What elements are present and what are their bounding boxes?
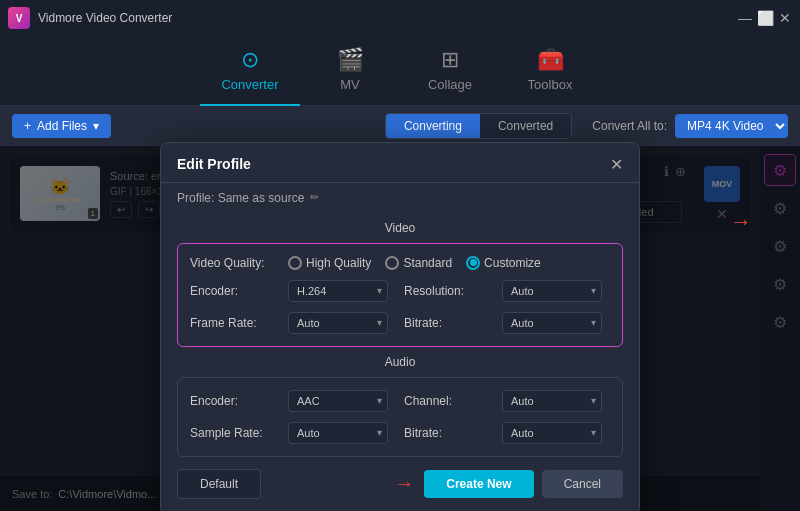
audio-encoder-select-wrapper: AAC MP3 AC3 xyxy=(288,390,388,412)
nav-label-converter: Converter xyxy=(221,77,278,92)
modal-footer: Default → Create New Cancel xyxy=(161,457,639,499)
converter-icon: ⊙ xyxy=(241,47,259,73)
add-files-button[interactable]: + Add Files ▾ xyxy=(12,114,111,138)
nav-label-mv: MV xyxy=(340,77,360,92)
nav-bar: ⊙ Converter 🎬 MV ⊞ Collage 🧰 Toolbox xyxy=(0,36,800,106)
radio-customize[interactable]: Customize xyxy=(466,256,541,270)
modal-profile-row: Profile: Same as source ✏ xyxy=(161,183,639,213)
nav-item-toolbox[interactable]: 🧰 Toolbox xyxy=(500,36,600,106)
dropdown-arrow-icon: ▾ xyxy=(93,119,99,133)
audio-settings-box: Encoder: AAC MP3 AC3 Channel: xyxy=(177,377,623,457)
modal-header: Edit Profile ✕ xyxy=(161,143,639,183)
sidebar-arrow-indicator: → xyxy=(730,209,752,235)
audio-bitrate-label: Bitrate: xyxy=(404,426,494,440)
resolution-select[interactable]: Auto 1920×1080 1280×720 xyxy=(502,280,602,302)
nav-item-mv[interactable]: 🎬 MV xyxy=(300,36,400,106)
audio-section-title: Audio xyxy=(177,355,623,369)
nav-item-collage[interactable]: ⊞ Collage xyxy=(400,36,500,106)
samplerate-bitrate-row: Sample Rate: Auto 44100 48000 Bitrate: xyxy=(190,422,610,444)
radio-customize-label: Customize xyxy=(484,256,541,270)
minimize-button[interactable]: — xyxy=(738,11,752,25)
framerate-label: Frame Rate: xyxy=(190,316,280,330)
default-button[interactable]: Default xyxy=(177,469,261,499)
encoder-col: Encoder: H.264 H.265 MPEG-4 xyxy=(190,280,396,302)
radio-customize-circle xyxy=(466,256,480,270)
nav-item-converter[interactable]: ⊙ Converter xyxy=(200,36,300,106)
encoder-label: Encoder: xyxy=(190,284,280,298)
nav-label-collage: Collage xyxy=(428,77,472,92)
samplerate-col: Sample Rate: Auto 44100 48000 xyxy=(190,422,396,444)
edit-profile-modal: Edit Profile ✕ Profile: Same as source ✏… xyxy=(160,142,640,512)
add-files-label: Add Files xyxy=(37,119,87,133)
title-bar: V Vidmore Video Converter — ⬜ ✕ xyxy=(0,0,800,36)
collage-icon: ⊞ xyxy=(441,47,459,73)
modal-overlay: Edit Profile ✕ Profile: Same as source ✏… xyxy=(0,146,800,511)
app-title: Vidmore Video Converter xyxy=(38,11,172,25)
cancel-button[interactable]: Cancel xyxy=(542,470,623,498)
radio-high-quality[interactable]: High Quality xyxy=(288,256,371,270)
audio-encoder-select[interactable]: AAC MP3 AC3 xyxy=(288,390,388,412)
resolution-label: Resolution: xyxy=(404,284,494,298)
samplerate-select[interactable]: Auto 44100 48000 xyxy=(288,422,388,444)
mv-icon: 🎬 xyxy=(337,47,364,73)
create-new-button[interactable]: Create New xyxy=(424,470,533,498)
main-content: 🐱 1% 1 Source: error-wait.gif ℹ GIF | 16… xyxy=(0,146,800,511)
samplerate-label: Sample Rate: xyxy=(190,426,280,440)
video-section-title: Video xyxy=(177,221,623,235)
modal-body: Video Video Quality: High Quality xyxy=(161,221,639,457)
video-quality-label: Video Quality: xyxy=(190,256,280,270)
channel-col: Channel: Auto Stereo Mono xyxy=(404,390,610,412)
close-button[interactable]: ✕ xyxy=(778,11,792,25)
samplerate-select-wrapper: Auto 44100 48000 xyxy=(288,422,388,444)
resolution-select-wrapper: Auto 1920×1080 1280×720 xyxy=(502,280,602,302)
audio-bitrate-select-wrapper: Auto 128k 256k xyxy=(502,422,602,444)
encoder-resolution-row: Encoder: H.264 H.265 MPEG-4 Resolution: xyxy=(190,280,610,302)
audio-encoder-col: Encoder: AAC MP3 AC3 xyxy=(190,390,396,412)
framerate-col: Frame Rate: Auto 24 30 60 xyxy=(190,312,396,334)
encoder-select-wrapper: H.264 H.265 MPEG-4 xyxy=(288,280,388,302)
channel-select[interactable]: Auto Stereo Mono xyxy=(502,390,602,412)
converting-tabs: Converting Converted xyxy=(385,113,572,139)
radio-standard[interactable]: Standard xyxy=(385,256,452,270)
toolbar: + Add Files ▾ Converting Converted Conve… xyxy=(0,106,800,146)
encoder-select[interactable]: H.264 H.265 MPEG-4 xyxy=(288,280,388,302)
video-bitrate-select-wrapper: Auto 1000k 2000k xyxy=(502,312,602,334)
maximize-button[interactable]: ⬜ xyxy=(758,11,772,25)
radio-standard-label: Standard xyxy=(403,256,452,270)
tab-converting[interactable]: Converting xyxy=(386,114,480,138)
channel-select-wrapper: Auto Stereo Mono xyxy=(502,390,602,412)
video-settings-box: Video Quality: High Quality Standard xyxy=(177,243,623,347)
framerate-select[interactable]: Auto 24 30 60 xyxy=(288,312,388,334)
modal-close-button[interactable]: ✕ xyxy=(610,155,623,174)
window-controls: — ⬜ ✕ xyxy=(738,11,792,25)
app-logo: V xyxy=(8,7,30,29)
radio-standard-circle xyxy=(385,256,399,270)
framerate-select-wrapper: Auto 24 30 60 xyxy=(288,312,388,334)
nav-label-toolbox: Toolbox xyxy=(528,77,573,92)
audio-encoder-label: Encoder: xyxy=(190,394,280,408)
radio-dot xyxy=(470,259,477,266)
audio-encoder-channel-row: Encoder: AAC MP3 AC3 Channel: xyxy=(190,390,610,412)
modal-title: Edit Profile xyxy=(177,156,251,172)
profile-edit-icon[interactable]: ✏ xyxy=(310,191,319,204)
video-quality-radio-group: High Quality Standard Customize xyxy=(288,256,610,270)
resolution-col: Resolution: Auto 1920×1080 1280×720 xyxy=(404,280,610,302)
audio-bitrate-col: Bitrate: Auto 128k 256k xyxy=(404,422,610,444)
video-bitrate-label: Bitrate: xyxy=(404,316,494,330)
video-bitrate-col: Bitrate: Auto 1000k 2000k xyxy=(404,312,610,334)
channel-label: Channel: xyxy=(404,394,494,408)
tab-converted[interactable]: Converted xyxy=(480,114,571,138)
framerate-bitrate-row: Frame Rate: Auto 24 30 60 xyxy=(190,312,610,334)
plus-icon: + xyxy=(24,119,31,133)
video-quality-row: Video Quality: High Quality Standard xyxy=(190,256,610,270)
create-new-arrow-icon: → xyxy=(394,472,414,495)
profile-label: Profile: Same as source xyxy=(177,191,304,205)
convert-all-label: Convert All to: xyxy=(592,119,667,133)
toolbox-icon: 🧰 xyxy=(537,47,564,73)
radio-high-label: High Quality xyxy=(306,256,371,270)
radio-high-circle xyxy=(288,256,302,270)
audio-bitrate-select[interactable]: Auto 128k 256k xyxy=(502,422,602,444)
video-bitrate-select[interactable]: Auto 1000k 2000k xyxy=(502,312,602,334)
convert-all-select[interactable]: MP4 4K Video MP4 1080p MP4 720p MOV AVI xyxy=(675,114,788,138)
